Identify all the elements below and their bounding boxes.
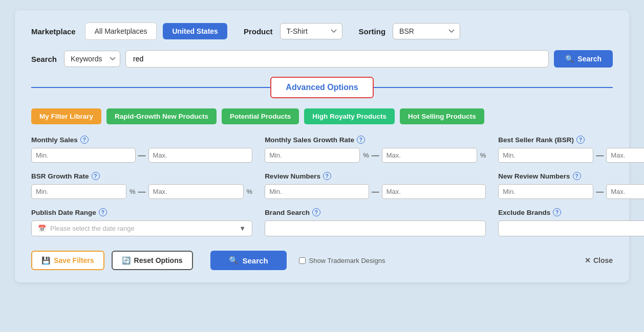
monthly-sales-growth-max[interactable]	[382, 148, 477, 163]
growth-min-pct: %	[363, 151, 369, 159]
marketplace-us-button[interactable]: United States	[163, 23, 227, 39]
monthly-sales-growth-group: Monthly Sales Growth Rate ? % — %	[265, 136, 486, 163]
monthly-sales-dash: —	[138, 151, 146, 160]
review-numbers-group: Review Numbers ? —	[265, 172, 486, 199]
bsr-group: Best Seller Rank (BSR) ? —	[498, 136, 644, 163]
search-row: Search Keywords ASIN Brand 🔍 Search	[31, 50, 613, 68]
pill-high-royalty[interactable]: High Royalty Products	[304, 108, 395, 124]
growth-max-pct: %	[480, 151, 486, 159]
publish-date-input[interactable]: 📅 Please select the date range ▼	[31, 220, 252, 236]
save-filters-button[interactable]: 💾 Save Filters	[31, 251, 104, 270]
monthly-sales-range: —	[31, 148, 252, 163]
advanced-options-button[interactable]: Advanced Options	[270, 77, 373, 98]
reset-icon: 🔄	[122, 256, 131, 264]
pill-my-filter-library[interactable]: My Filter Library	[31, 108, 101, 124]
bsr-growth-rate-group: BSR Growth Rate ? % — %	[31, 172, 252, 199]
divider-right	[374, 87, 613, 88]
monthly-sales-growth-label: Monthly Sales Growth Rate ?	[265, 136, 486, 144]
exclude-brands-group: Exclude Brands ?	[498, 208, 644, 236]
new-review-numbers-range: —	[498, 184, 644, 199]
review-numbers-label: Review Numbers ?	[265, 172, 486, 180]
close-icon: ✕	[585, 256, 591, 264]
bsr-min[interactable]	[498, 148, 593, 163]
save-icon: 💾	[41, 256, 50, 264]
new-review-numbers-help-icon[interactable]: ?	[573, 172, 581, 180]
monthly-sales-growth-min[interactable]	[265, 148, 360, 163]
exclude-brands-label: Exclude Brands ?	[498, 208, 644, 216]
product-group: Product T-Shirt Hoodie Mug Phone Case	[244, 23, 342, 39]
advanced-options-row: Advanced Options	[31, 77, 613, 98]
bsr-dash: —	[596, 151, 604, 160]
monthly-sales-help-icon[interactable]: ?	[80, 136, 89, 144]
main-search-button[interactable]: 🔍 Search	[210, 251, 287, 270]
brand-search-label: Brand Search ?	[265, 208, 486, 216]
bsr-range: —	[498, 148, 644, 163]
filter-pills: My Filter Library Rapid-Growth New Produ…	[31, 108, 613, 124]
new-review-numbers-label: New Review Numbers ?	[498, 172, 644, 180]
exclude-brands-help-icon[interactable]: ?	[553, 208, 561, 216]
pill-hot-selling[interactable]: Hot Selling Products	[400, 108, 484, 124]
monthly-sales-group: Monthly Sales ? —	[31, 136, 252, 163]
bsr-help-icon[interactable]: ?	[576, 136, 585, 144]
product-select[interactable]: T-Shirt Hoodie Mug Phone Case	[280, 23, 342, 39]
review-numbers-dash: —	[372, 187, 379, 196]
bsr-label: Best Seller Rank (BSR) ?	[498, 136, 644, 144]
reset-options-button[interactable]: 🔄 Reset Options	[112, 251, 193, 270]
main-container: Marketplace All Marketplaces United Stat…	[15, 10, 629, 282]
pill-rapid-growth[interactable]: Rapid-Growth New Products	[106, 108, 217, 124]
search-input[interactable]	[125, 50, 549, 68]
new-review-numbers-max[interactable]	[606, 184, 644, 199]
publish-date-group: Publish Date Range ? 📅 Please select the…	[31, 208, 252, 236]
monthly-sales-label: Monthly Sales ?	[31, 136, 252, 144]
monthly-sales-growth-dash: —	[372, 151, 379, 160]
product-label: Product	[244, 27, 273, 36]
monthly-sales-growth-help-icon[interactable]: ?	[357, 136, 365, 144]
review-numbers-max[interactable]	[382, 184, 486, 199]
sorting-group: Sorting BSR Monthly Sales Reviews Royalt…	[359, 23, 461, 39]
bsr-max[interactable]	[606, 148, 644, 163]
divider-left	[31, 87, 270, 88]
bsr-growth-rate-range: % — %	[31, 184, 252, 199]
monthly-sales-max[interactable]	[148, 148, 253, 163]
main-search-icon: 🔍	[229, 256, 239, 265]
bottom-row: 💾 Save Filters 🔄 Reset Options 🔍 Search …	[31, 251, 613, 270]
new-review-numbers-dash: —	[596, 187, 604, 196]
brand-search-input[interactable]	[265, 220, 486, 236]
search-type-select[interactable]: Keywords ASIN Brand	[64, 51, 120, 67]
publish-date-label: Publish Date Range ?	[31, 208, 252, 216]
bsr-growth-rate-max[interactable]	[148, 184, 244, 199]
sorting-select[interactable]: BSR Monthly Sales Reviews Royalty	[393, 23, 460, 39]
search-icon: 🔍	[565, 55, 574, 63]
bsr-growth-rate-help-icon[interactable]: ?	[92, 172, 100, 180]
trademark-label[interactable]: Show Trademark Designs	[299, 257, 385, 264]
new-review-numbers-min[interactable]	[498, 184, 593, 199]
bsr-growth-rate-label: BSR Growth Rate ?	[31, 172, 252, 180]
monthly-sales-min[interactable]	[31, 148, 136, 163]
pill-potential-products[interactable]: Potential Products	[222, 108, 299, 124]
review-numbers-help-icon[interactable]: ?	[323, 172, 331, 180]
bsr-rate-min-pct: %	[130, 188, 136, 195]
close-button[interactable]: ✕ Close	[585, 256, 613, 264]
filter-grid: Monthly Sales ? — Monthly Sales Growth R…	[31, 136, 613, 236]
monthly-sales-growth-range: % — %	[265, 148, 486, 163]
search-label: Search	[31, 55, 57, 63]
top-row: Marketplace All Marketplaces United Stat…	[31, 23, 613, 40]
bsr-growth-rate-dash: —	[138, 187, 146, 196]
search-button[interactable]: 🔍 Search	[554, 50, 613, 68]
trademark-checkbox[interactable]	[299, 257, 306, 264]
marketplace-all-button[interactable]: All Marketplaces	[85, 23, 157, 40]
date-dropdown-icon: ▼	[239, 225, 246, 232]
exclude-brands-input[interactable]	[498, 220, 644, 236]
sorting-label: Sorting	[359, 27, 386, 36]
review-numbers-min[interactable]	[265, 184, 369, 199]
brand-search-help-icon[interactable]: ?	[312, 208, 320, 216]
bsr-rate-max-pct: %	[247, 188, 253, 195]
marketplace-label: Marketplace	[31, 27, 76, 36]
bsr-growth-rate-min[interactable]	[31, 184, 126, 199]
new-review-numbers-group: New Review Numbers ? —	[498, 172, 644, 199]
publish-date-help-icon[interactable]: ?	[99, 208, 107, 216]
review-numbers-range: —	[265, 184, 486, 199]
brand-search-group: Brand Search ?	[265, 208, 486, 236]
calendar-icon: 📅	[38, 225, 46, 232]
